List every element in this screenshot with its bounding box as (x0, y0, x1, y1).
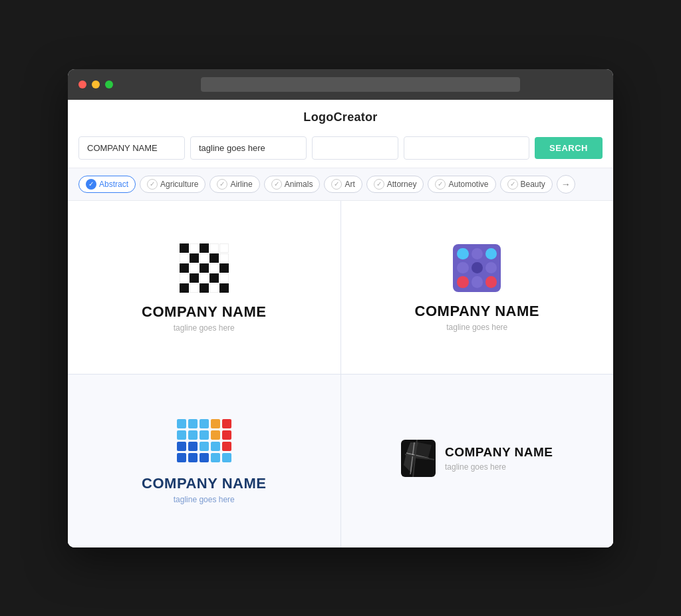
logo2-tagline: tagline goes here (446, 323, 507, 332)
svg-rect-4 (222, 419, 231, 428)
svg-rect-8 (211, 430, 220, 440)
tagline-input[interactable] (190, 136, 307, 160)
logo-card-2[interactable]: COMPANY NAME tagline goes here (341, 201, 614, 374)
broken-shield-icon (401, 440, 436, 477)
filter-art-label: Art (344, 180, 354, 189)
filter-agriculture-label: Agriculture (160, 180, 198, 189)
app-window: LogoCreator SEARCH ✓ Abstract ✓ Agricult… (68, 69, 613, 547)
check-icon-airline: ✓ (217, 179, 227, 190)
logo-card-1[interactable]: COMPANY NAME tagline goes here (68, 201, 340, 374)
check-icon-beauty: ✓ (507, 179, 518, 190)
svg-rect-7 (200, 430, 209, 440)
svg-rect-12 (200, 442, 209, 451)
filter-attorney[interactable]: ✓ Attorney (366, 176, 424, 193)
svg-rect-3 (211, 419, 220, 428)
filter-attorney-label: Attorney (387, 180, 417, 189)
logo-card-4[interactable]: COMPANY NAME tagline goes here (341, 375, 614, 547)
check-icon-agriculture: ✓ (147, 179, 158, 190)
svg-rect-11 (188, 442, 198, 451)
svg-rect-13 (211, 442, 220, 451)
svg-rect-9 (222, 430, 231, 440)
check-icon-animals: ✓ (271, 179, 282, 190)
svg-rect-15 (177, 453, 186, 462)
svg-rect-14 (222, 442, 231, 451)
svg-rect-0 (177, 419, 186, 428)
svg-rect-18 (211, 453, 220, 462)
check-icon-automotive: ✓ (435, 179, 446, 190)
maximize-button[interactable] (105, 80, 113, 88)
svg-rect-19 (222, 453, 231, 462)
search-bar: SEARCH (68, 131, 613, 168)
logo3-company-name: COMPANY NAME (142, 475, 266, 492)
search-button[interactable]: SEARCH (535, 137, 603, 159)
logo-grid: COMPANY NAME tagline goes here COMPANY N… (68, 201, 613, 547)
logo2-company-name: COMPANY NAME (415, 303, 539, 320)
filter-airline[interactable]: ✓ Airline (209, 176, 259, 193)
svg-rect-6 (188, 430, 198, 440)
checkerboard-icon (180, 243, 229, 293)
app-content: LogoCreator SEARCH ✓ Abstract ✓ Agricult… (68, 100, 613, 547)
filter-abstract-label: Abstract (99, 180, 128, 189)
logo1-tagline: tagline goes here (174, 323, 235, 333)
filter-animals[interactable]: ✓ Animals (264, 176, 321, 193)
svg-rect-5 (177, 430, 186, 440)
url-bar[interactable] (201, 77, 520, 92)
filter-beauty[interactable]: ✓ Beauty (500, 176, 553, 193)
filter-airline-label: Airline (230, 180, 252, 189)
search-field-4[interactable] (404, 136, 529, 160)
check-icon-attorney: ✓ (374, 179, 384, 190)
filter-animals-label: Animals (285, 180, 313, 189)
filter-art[interactable]: ✓ Art (324, 176, 362, 193)
filter-bar: ✓ Abstract ✓ Agriculture ✓ Airline ✓ Ani… (68, 168, 613, 201)
logo4-company-name: COMPANY NAME (445, 445, 553, 460)
svg-rect-10 (177, 442, 186, 451)
svg-rect-2 (200, 419, 209, 428)
svg-rect-17 (200, 453, 209, 462)
logo3-tagline: tagline goes here (174, 495, 235, 504)
company-name-input[interactable] (78, 136, 185, 160)
check-icon-art: ✓ (331, 179, 342, 190)
shield-icon-wrap: COMPANY NAME tagline goes here (401, 440, 553, 477)
minimize-button[interactable] (92, 80, 100, 88)
titlebar (68, 69, 613, 100)
logo1-company-name: COMPANY NAME (142, 303, 266, 321)
connect4-icon (453, 244, 501, 292)
filter-abstract[interactable]: ✓ Abstract (78, 176, 136, 193)
filter-beauty-label: Beauty (521, 180, 545, 189)
filter-next-button[interactable]: → (557, 175, 575, 194)
logo4-tagline: tagline goes here (445, 462, 553, 472)
app-title: LogoCreator (68, 100, 613, 131)
logo-card-3[interactable]: COMPANY NAME tagline goes here (68, 375, 340, 547)
filter-automotive-label: Automotive (448, 180, 488, 189)
svg-rect-16 (188, 453, 198, 462)
colorgrid-icon (177, 419, 231, 466)
filter-automotive[interactable]: ✓ Automotive (428, 176, 495, 193)
filter-agriculture[interactable]: ✓ Agriculture (140, 176, 205, 193)
close-button[interactable] (78, 80, 86, 88)
svg-rect-1 (188, 419, 198, 428)
check-icon-abstract: ✓ (86, 179, 96, 190)
search-field-3[interactable] (312, 136, 398, 160)
